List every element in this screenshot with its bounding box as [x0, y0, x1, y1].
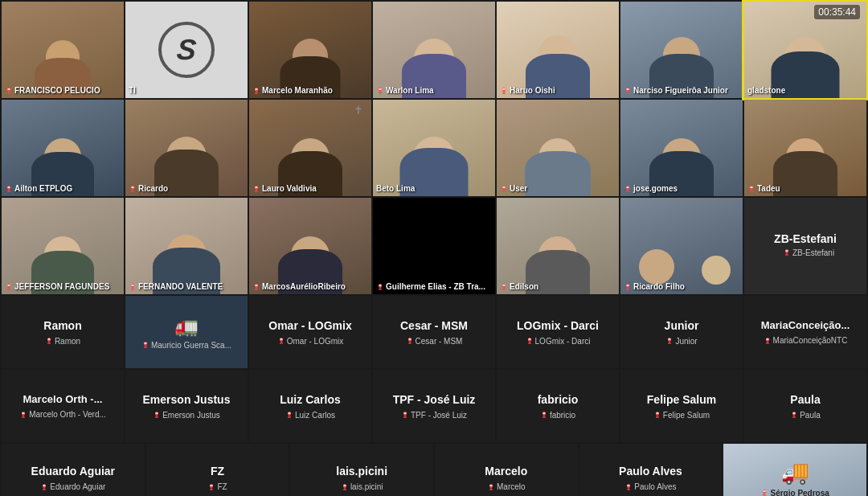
- tile-name-guilherme: Guilherme Elias - ZB Tra...: [386, 282, 485, 291]
- tile-name-lauro: Lauro Valdivia: [262, 184, 317, 193]
- tile-tpf[interactable]: TPF - José Luiz TPF - José Luiz: [373, 370, 495, 442]
- tile-beto[interactable]: Beto Lima: [373, 100, 495, 196]
- tile-name-ricardo: Ricardo: [138, 184, 168, 193]
- tile-sergio[interactable]: 🚚 Sérgio Pedrosa: [723, 444, 866, 496]
- tile-subname-fabricio: fabricio: [550, 411, 575, 420]
- tile-name-ti: TI: [129, 86, 136, 95]
- tile-name-ailton: Ailton ETPLOG: [14, 184, 72, 193]
- tile-luiz[interactable]: Luiz Carlos Luiz Carlos: [249, 370, 371, 442]
- row-1: FRANCISCO PELUCIO S TI Marcelo Maranhão: [2, 2, 866, 98]
- tile-display-name-paulo: Paulo Alves: [619, 465, 682, 478]
- tile-subname-paulo: Paulo Alves: [634, 482, 676, 491]
- tile-narciso[interactable]: Narciso Figueirôa Junior: [620, 2, 743, 98]
- row-6: Eduardo Aguiar Eduardo Aguiar FZ FZ lais…: [2, 444, 866, 496]
- tile-fz[interactable]: FZ FZ: [146, 444, 289, 496]
- tile-display-name-tpf: TPF - José Luiz: [393, 393, 476, 406]
- tile-subname-marcelo-orth: Marcelo Orth - Verd...: [29, 410, 106, 419]
- tile-paula[interactable]: Paula Paula: [744, 370, 866, 442]
- tile-name-beto: Beto Lima: [376, 184, 415, 193]
- tile-display-name-omar: Omar - LOGmix: [268, 319, 351, 332]
- tile-jefferson[interactable]: JEFFERSON FAGUNDES: [2, 198, 124, 294]
- row-3: JEFFERSON FAGUNDES FERNANDO VALENTE Marc…: [2, 198, 866, 294]
- tile-name-user: User: [510, 184, 527, 193]
- tile-display-name-maria: MariaConceição...: [761, 319, 850, 331]
- tile-lauro[interactable]: ✝ Lauro Valdivia: [249, 100, 371, 196]
- tile-subname-paula: Paula: [800, 411, 821, 420]
- tile-paulo[interactable]: Paulo Alves Paulo Alves: [579, 444, 723, 496]
- tile-display-name-eduardo: Eduardo Aguiar: [31, 465, 116, 478]
- tile-display-name-felipe: Felipe Salum: [647, 393, 716, 406]
- tile-maria[interactable]: MariaConceição... MariaConceição​NTC: [744, 296, 866, 368]
- row-5: Marcelo Orth -... Marcelo Orth - Verd...…: [2, 370, 866, 442]
- tile-lais[interactable]: lais.picini lais.picini: [290, 444, 433, 496]
- tile-display-name-fabricio: fabricio: [538, 393, 579, 406]
- tile-marcos-aurelio[interactable]: MarcosAurélioRibeiro: [249, 198, 371, 294]
- tile-subname-luiz: Luiz Carlos: [295, 411, 335, 420]
- tile-display-name-zb: ZB-Estefani: [774, 232, 837, 245]
- row-4: Ramon Ramon 🚛 Mauricio Guerra Sca... Oma…: [2, 296, 866, 368]
- tile-subname-lais: lais.picini: [350, 482, 383, 491]
- tile-haruo-oishi[interactable]: Haruo Oishi: [497, 2, 619, 98]
- tile-display-name-marcelo-orth: Marcelo Orth -...: [23, 393, 103, 405]
- tile-subname-mauricio: Mauricio Guerra Sca...: [151, 341, 231, 350]
- tile-subname-cesar: Cesar - MSM: [416, 337, 463, 346]
- tile-tadeu[interactable]: Tadeu: [744, 100, 866, 196]
- tile-logmix-darci[interactable]: LOGmix - Darci LOGmix - Darci: [497, 296, 619, 368]
- tile-name-narciso: Narciso Figueirôa Junior: [633, 86, 728, 95]
- tile-francisco-pelucio[interactable]: FRANCISCO PELUCIO: [2, 2, 124, 98]
- tile-name-francisco: FRANCISCO PELUCIO: [14, 86, 100, 95]
- tile-display-name-cesar: Cesar - MSM: [400, 319, 468, 332]
- tile-guilherme[interactable]: Guilherme Elias - ZB Tra...: [373, 198, 495, 294]
- tile-subname-zb: ZB-Estefani: [792, 248, 834, 257]
- tile-omar[interactable]: Omar - LOGmix Omar - LOGmix: [249, 296, 371, 368]
- tile-cesar[interactable]: Cesar - MSM Cesar - MSM: [373, 296, 495, 368]
- tile-name-fernando: FERNANDO VALENTE: [138, 282, 223, 291]
- tile-subname-maria: MariaConceição​NTC: [773, 336, 848, 345]
- tile-marcelo-maranhao[interactable]: Marcelo Maranhão: [249, 2, 371, 98]
- timer-display: 00:35:44: [814, 5, 860, 19]
- tile-ailton[interactable]: Ailton ETPLOG: [2, 100, 124, 196]
- tile-mauricio[interactable]: 🚛 Mauricio Guerra Sca...: [125, 296, 248, 368]
- tile-subname-fz: FZ: [217, 482, 227, 491]
- tile-name-jefferson: JEFFERSON FAGUNDES: [14, 282, 109, 291]
- tile-name-marcos: MarcosAurélioRibeiro: [262, 282, 346, 291]
- tile-display-name-lais: lais.picini: [336, 465, 387, 478]
- tile-subname-ramon: Ramon: [55, 337, 80, 346]
- tile-ti[interactable]: S TI: [125, 2, 248, 98]
- timer-text: 00:35:44: [818, 6, 856, 18]
- tile-subname-omar: Omar - LOGmix: [287, 337, 344, 346]
- tile-jose-gomes[interactable]: jose.gomes: [620, 100, 743, 196]
- tile-marcelo-orth[interactable]: Marcelo Orth -... Marcelo Orth - Verd...: [2, 370, 124, 442]
- tile-ricardo[interactable]: Ricardo: [125, 100, 248, 196]
- tile-zb-estefani[interactable]: ZB-Estefani ZB-Estefani: [744, 198, 866, 294]
- tile-felipe[interactable]: Felipe Salum Felipe Salum: [620, 370, 743, 442]
- tile-display-name-emerson: Emerson Justus: [143, 393, 231, 406]
- row-2: Ailton ETPLOG Ricardo ✝ Lauro Valdivia: [2, 100, 866, 196]
- tile-display-name-logmix: LOGmix - Darci: [517, 319, 599, 332]
- tile-name-marcelo-m: Marcelo Maranhão: [262, 86, 333, 95]
- tile-name-haruo: Haruo Oishi: [510, 86, 555, 95]
- tile-name-gladstone: gladstone: [747, 86, 785, 95]
- tile-display-name-fz: FZ: [211, 465, 224, 478]
- video-grid: FRANCISCO PELUCIO S TI Marcelo Maranhão: [0, 0, 868, 496]
- tile-subname-marcelo-b: Marcelo: [497, 482, 526, 491]
- tile-ricardo-filho[interactable]: Ricardo Filho: [620, 198, 743, 294]
- tile-name-tadeu: Tadeu: [757, 184, 780, 193]
- tile-edilson[interactable]: Edilson: [497, 198, 619, 294]
- tile-emerson[interactable]: Emerson Justus Emerson Justus: [125, 370, 248, 442]
- tile-warlon-lima[interactable]: Warlon Lima: [373, 2, 495, 98]
- tile-display-name-junior: Junior: [665, 319, 699, 332]
- tile-eduardo[interactable]: Eduardo Aguiar Eduardo Aguiar: [2, 444, 145, 496]
- tile-marcelo-bottom[interactable]: Marcelo Marcelo: [435, 444, 578, 496]
- tile-name-ricardo-filho: Ricardo Filho: [633, 282, 685, 291]
- tile-name-warlon: Warlon Lima: [386, 86, 434, 95]
- tile-user[interactable]: User: [497, 100, 619, 196]
- tile-subname-eduardo: Eduardo Aguiar: [50, 482, 105, 491]
- tile-subname-logmix: LOGmix - Darci: [535, 337, 591, 346]
- tile-fernando[interactable]: FERNANDO VALENTE: [125, 198, 248, 294]
- tile-fabricio[interactable]: fabricio fabricio: [497, 370, 619, 442]
- tile-junior[interactable]: Junior Junior: [620, 296, 743, 368]
- tile-ramon[interactable]: Ramon Ramon: [2, 296, 124, 368]
- tile-name-jose-gomes: jose.gomes: [633, 184, 678, 193]
- tile-display-name-luiz: Luiz Carlos: [280, 393, 340, 406]
